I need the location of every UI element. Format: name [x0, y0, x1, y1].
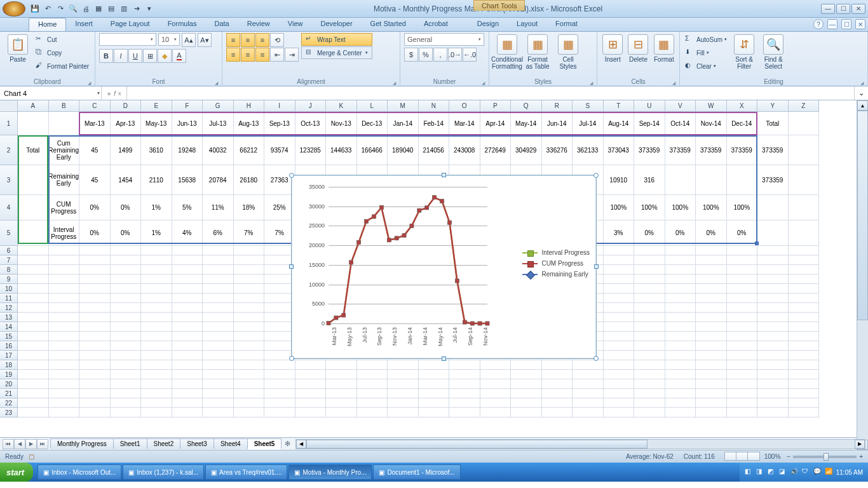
cell[interactable]: 40032	[203, 135, 234, 165]
tab-developer[interactable]: Developer	[311, 18, 361, 31]
cell[interactable]	[727, 341, 758, 351]
cell[interactable]: 7%	[234, 220, 265, 246]
cell[interactable]	[727, 303, 758, 313]
cell[interactable]	[172, 408, 203, 417]
insert-button[interactable]: ⊞Insert	[601, 33, 624, 64]
cell[interactable]	[511, 389, 542, 398]
cell[interactable]	[18, 313, 49, 322]
cell[interactable]	[234, 351, 265, 360]
column-header[interactable]: I	[264, 100, 295, 112]
cell[interactable]	[141, 303, 172, 313]
cell[interactable]	[234, 398, 265, 408]
zoom-out-icon[interactable]: −	[787, 453, 790, 460]
row-header[interactable]: 5	[0, 220, 18, 246]
cell[interactable]	[665, 322, 696, 332]
cell[interactable]: Nov-13	[326, 112, 357, 135]
number-format-combo[interactable]: General▾	[404, 33, 484, 46]
row-header[interactable]: 11	[0, 294, 18, 303]
cell[interactable]	[172, 274, 203, 284]
embedded-chart[interactable]: 05000100001500020000250003000035000Mar-1…	[291, 175, 597, 359]
cell[interactable]	[234, 408, 265, 417]
cell[interactable]	[79, 351, 111, 360]
cell[interactable]	[604, 284, 635, 294]
cell[interactable]	[604, 246, 635, 255]
cell[interactable]	[727, 322, 758, 332]
cell[interactable]: 373359	[665, 135, 696, 165]
find-select-button[interactable]: 🔍Find & Select	[760, 33, 787, 71]
cell[interactable]	[111, 360, 142, 370]
cell[interactable]	[49, 313, 80, 322]
cell[interactable]	[203, 313, 234, 322]
cell[interactable]	[326, 398, 357, 408]
cell[interactable]	[234, 341, 265, 351]
cell[interactable]	[665, 165, 696, 195]
clear-button[interactable]: ◐Clear▾	[684, 60, 728, 72]
cell[interactable]	[295, 398, 327, 408]
grow-font-button[interactable]: A▴	[182, 33, 196, 47]
cell[interactable]	[419, 379, 450, 389]
cell[interactable]	[696, 265, 727, 274]
cell[interactable]	[79, 246, 111, 255]
cell[interactable]	[172, 303, 203, 313]
cell[interactable]	[789, 398, 820, 408]
cell[interactable]	[727, 360, 758, 370]
qat-icon[interactable]: ▤	[105, 3, 117, 15]
cell[interactable]	[634, 360, 665, 370]
cell[interactable]: 11%	[203, 195, 234, 220]
cell[interactable]	[757, 370, 789, 379]
cell[interactable]: 2110	[141, 165, 172, 195]
cell[interactable]	[264, 398, 295, 408]
cell[interactable]	[696, 351, 727, 360]
cell[interactable]	[141, 332, 172, 341]
column-header[interactable]: K	[326, 100, 357, 112]
cell[interactable]: 0%	[79, 220, 111, 246]
cell[interactable]	[49, 379, 80, 389]
cell[interactable]: 4%	[172, 220, 203, 246]
cell[interactable]	[234, 313, 265, 322]
qat-dropdown-icon[interactable]: ▾	[144, 3, 155, 15]
cell[interactable]: 15638	[172, 165, 203, 195]
align-bottom-button[interactable]: ≡	[255, 33, 269, 47]
cell[interactable]	[789, 112, 820, 135]
cell[interactable]	[18, 351, 49, 360]
cell[interactable]	[727, 274, 758, 284]
cell[interactable]	[604, 379, 635, 389]
cut-button[interactable]: ✂Cut	[34, 33, 90, 46]
cell[interactable]: 144633	[326, 135, 357, 165]
cell[interactable]	[49, 360, 80, 370]
indent-inc-button[interactable]: ⇥	[285, 48, 299, 62]
ribbon-restore-icon[interactable]: ☐	[841, 19, 851, 29]
cell[interactable]	[573, 379, 604, 389]
cell[interactable]	[172, 398, 203, 408]
tab-review[interactable]: Review	[238, 18, 279, 31]
cell[interactable]	[789, 165, 820, 195]
cell[interactable]	[141, 265, 172, 274]
scroll-left-icon[interactable]: ◀	[296, 440, 306, 449]
formula-bar[interactable]	[127, 86, 854, 100]
cell[interactable]	[696, 332, 727, 341]
cell[interactable]: 45	[79, 135, 111, 165]
cell[interactable]	[234, 255, 265, 265]
cell[interactable]	[757, 246, 789, 255]
row-header[interactable]: 19	[0, 370, 18, 379]
formula-expand-icon[interactable]: ⌄	[854, 86, 868, 100]
tab-design[interactable]: Design	[468, 18, 508, 31]
column-header[interactable]: U	[634, 100, 665, 112]
row-header[interactable]: 14	[0, 322, 18, 332]
cell[interactable]: 336276	[542, 135, 573, 165]
row-header[interactable]: 21	[0, 389, 18, 398]
column-header[interactable]: B	[49, 100, 80, 112]
cell[interactable]: Sep-13	[264, 112, 295, 135]
cell[interactable]	[757, 389, 789, 398]
cell[interactable]: 10910	[604, 165, 635, 195]
cell[interactable]	[634, 284, 665, 294]
cell[interactable]	[79, 389, 111, 398]
merge-center-button[interactable]: ⊟Merge & Center▾	[301, 46, 372, 59]
cell[interactable]	[789, 135, 820, 165]
cell[interactable]	[172, 313, 203, 322]
cell[interactable]	[264, 408, 295, 417]
row-header[interactable]: 8	[0, 265, 18, 274]
column-header[interactable]: P	[480, 100, 512, 112]
cell[interactable]	[419, 408, 450, 417]
cell[interactable]	[49, 322, 80, 332]
